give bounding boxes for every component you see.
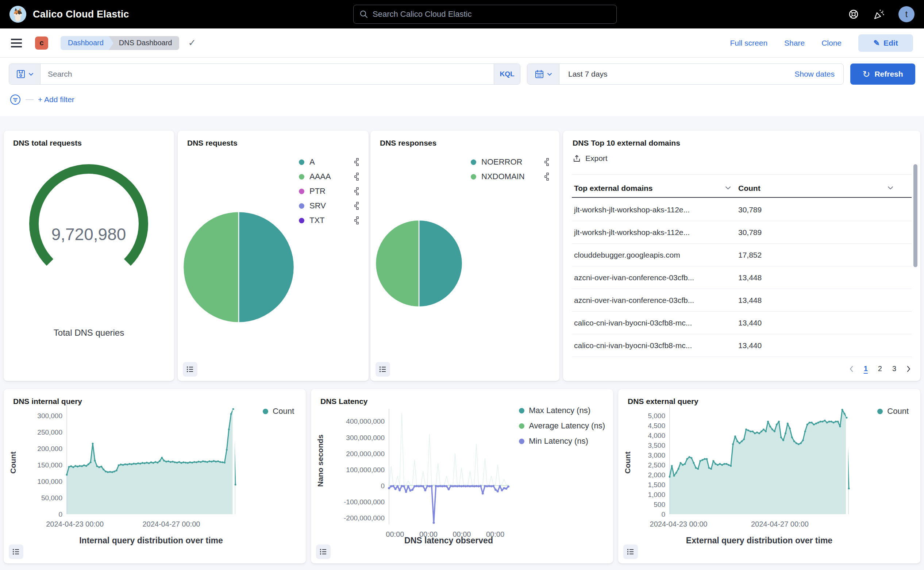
count-cell: 17,852 bbox=[738, 251, 762, 259]
legend-actions-icon[interactable] bbox=[354, 173, 359, 181]
list-icon bbox=[12, 548, 20, 556]
show-dates-link[interactable]: Show dates bbox=[794, 70, 835, 78]
dns-requests-pie-chart[interactable] bbox=[180, 209, 297, 325]
legend-item[interactable]: Count bbox=[877, 406, 909, 416]
legend-label: Count bbox=[273, 406, 294, 416]
legend-item[interactable]: Count bbox=[263, 406, 294, 416]
list-icon bbox=[186, 365, 194, 373]
column-header-domains[interactable]: Top external domains bbox=[574, 184, 653, 193]
table-row[interactable]: clouddebugger.googleapis.com17,852 bbox=[572, 244, 912, 267]
space-badge[interactable]: c bbox=[35, 37, 48, 50]
legend-dot bbox=[519, 423, 524, 429]
share-link[interactable]: Share bbox=[784, 39, 804, 48]
domain-cell: azcni-over-ivan-conference-03cfb... bbox=[572, 273, 738, 282]
internal-query-chart[interactable]: 050,000100,000150,000200,000250,000300,0… bbox=[18, 398, 256, 544]
table-row[interactable]: calico-cni-ivan-byocni-03cfb8-mc...13,44… bbox=[572, 312, 912, 334]
legend-item[interactable]: PTR bbox=[299, 184, 359, 199]
legend-actions-icon[interactable] bbox=[354, 216, 359, 224]
legend-actions-icon[interactable] bbox=[544, 158, 549, 166]
svg-text:2024-04-27 00:00: 2024-04-27 00:00 bbox=[143, 520, 200, 528]
legend-label: TXT bbox=[310, 216, 325, 225]
dns-latency-chart[interactable]: 400,000,000300,000,000200,000,000100,000… bbox=[323, 398, 517, 544]
legend-item[interactable]: TXT bbox=[299, 213, 359, 228]
page-2-button[interactable]: 2 bbox=[878, 365, 882, 373]
help-lifebuoy-icon[interactable] bbox=[848, 9, 859, 20]
gauge-caption: Total DNS queries bbox=[4, 328, 174, 338]
filter-icon[interactable] bbox=[9, 94, 21, 106]
legend-item[interactable]: AAAA bbox=[299, 169, 359, 184]
legend-actions-icon[interactable] bbox=[354, 158, 359, 166]
dns-responses-pie-chart[interactable] bbox=[373, 218, 464, 309]
full-screen-link[interactable]: Full screen bbox=[730, 39, 768, 48]
table-scrollbar[interactable] bbox=[913, 164, 918, 267]
calico-cat-logo[interactable] bbox=[9, 6, 26, 23]
user-avatar[interactable]: t bbox=[898, 6, 915, 22]
count-cell: 13,448 bbox=[738, 296, 762, 305]
legend-item[interactable]: Average Latency (ns) bbox=[519, 421, 605, 431]
svg-text:3,500: 3,500 bbox=[648, 441, 665, 449]
legend-actions-icon[interactable] bbox=[354, 187, 359, 195]
legend-item[interactable]: SRV bbox=[299, 199, 359, 213]
previous-page-icon[interactable] bbox=[849, 366, 854, 372]
saved-query-menu-button[interactable] bbox=[9, 64, 40, 84]
chart-legend: Count bbox=[877, 406, 909, 416]
legend-actions-icon[interactable] bbox=[544, 173, 549, 181]
page-3-button[interactable]: 3 bbox=[892, 365, 896, 373]
legend-dot bbox=[471, 159, 476, 165]
global-search-input[interactable] bbox=[372, 9, 610, 19]
menu-hamburger-icon[interactable] bbox=[11, 39, 22, 48]
legend-actions-icon[interactable] bbox=[354, 202, 359, 210]
column-sort-chevron-icon[interactable] bbox=[725, 186, 731, 190]
refresh-button[interactable]: ↻ Refresh bbox=[850, 63, 915, 85]
table-row[interactable]: jlt-worksh-jlt-workshop-aks-112e...30,78… bbox=[572, 199, 912, 221]
domain-cell: clouddebugger.googleapis.com bbox=[572, 251, 738, 259]
count-cell: 30,789 bbox=[738, 228, 762, 237]
kql-language-button[interactable]: KQL bbox=[494, 64, 520, 84]
pencil-icon: ✎ bbox=[873, 39, 880, 48]
global-search-box[interactable] bbox=[353, 5, 617, 24]
y-axis-label: Count bbox=[9, 451, 17, 473]
time-range-value[interactable]: Last 7 days bbox=[568, 70, 607, 78]
toggle-legend-button[interactable] bbox=[623, 544, 638, 559]
next-page-icon[interactable] bbox=[907, 366, 911, 372]
count-cell: 13,448 bbox=[738, 273, 762, 282]
panel-dns-total-requests: DNS total requests 9,720,980 Total DNS q… bbox=[4, 131, 174, 381]
table-row[interactable]: azcni-over-ivan-conference-03cfb...13,44… bbox=[572, 267, 912, 289]
chevron-down-icon bbox=[547, 73, 552, 76]
table-row[interactable]: azcni-over-ivan-conference-03cfb...13,44… bbox=[572, 289, 912, 312]
legend-label: A bbox=[310, 157, 315, 167]
legend-item[interactable]: NXDOMAIN bbox=[471, 169, 549, 184]
edit-button[interactable]: ✎ Edit bbox=[858, 34, 913, 52]
export-button[interactable]: Export bbox=[573, 154, 608, 163]
save-icon bbox=[16, 69, 26, 79]
breadcrumb-dashboard[interactable]: Dashboard bbox=[61, 36, 109, 50]
legend-item[interactable]: Max Latency (ns) bbox=[519, 406, 605, 415]
table-row[interactable]: calico-cni-ivan-byocni-03cfb8-mc...13,44… bbox=[572, 334, 912, 357]
external-query-chart[interactable]: 05001,0001,5002,0002,5003,0003,5004,0004… bbox=[633, 398, 870, 544]
svg-text:-200,000,000: -200,000,000 bbox=[344, 514, 385, 522]
chart-legend: Max Latency (ns) Average Latency (ns) Mi… bbox=[519, 406, 605, 446]
chart-caption: Internal query distribution over time bbox=[67, 536, 235, 545]
table-row[interactable]: jlt-worksh-jlt-workshop-aks-112e...30,78… bbox=[572, 221, 912, 244]
legend-item[interactable]: A bbox=[299, 155, 359, 169]
toggle-legend-button[interactable] bbox=[9, 544, 23, 559]
date-quick-select-button[interactable] bbox=[527, 64, 559, 84]
legend-item[interactable]: NOERROR bbox=[471, 155, 549, 169]
search-query-input[interactable] bbox=[40, 64, 494, 84]
column-sort-chevron-icon[interactable] bbox=[887, 186, 893, 190]
svg-text:0: 0 bbox=[661, 510, 665, 518]
page-1-button[interactable]: 1 bbox=[864, 365, 868, 373]
domain-cell: calico-cni-ivan-byocni-03cfb8-mc... bbox=[572, 341, 738, 350]
toggle-legend-button[interactable] bbox=[316, 544, 331, 559]
column-header-count[interactable]: Count bbox=[738, 184, 760, 193]
svg-text:100,000: 100,000 bbox=[37, 478, 63, 485]
add-filter-link[interactable]: + Add filter bbox=[38, 95, 74, 104]
toggle-legend-button[interactable] bbox=[183, 362, 198, 377]
news-party-popper-icon[interactable] bbox=[873, 8, 884, 20]
toggle-legend-button[interactable] bbox=[375, 362, 390, 377]
legend-item[interactable]: Min Latency (ns) bbox=[519, 437, 605, 446]
clone-link[interactable]: Clone bbox=[821, 39, 841, 48]
svg-text:2,000: 2,000 bbox=[648, 471, 665, 479]
total-requests-gauge: 9,720,980 bbox=[27, 162, 151, 286]
pie-legend: NOERROR NXDOMAIN bbox=[471, 155, 549, 184]
